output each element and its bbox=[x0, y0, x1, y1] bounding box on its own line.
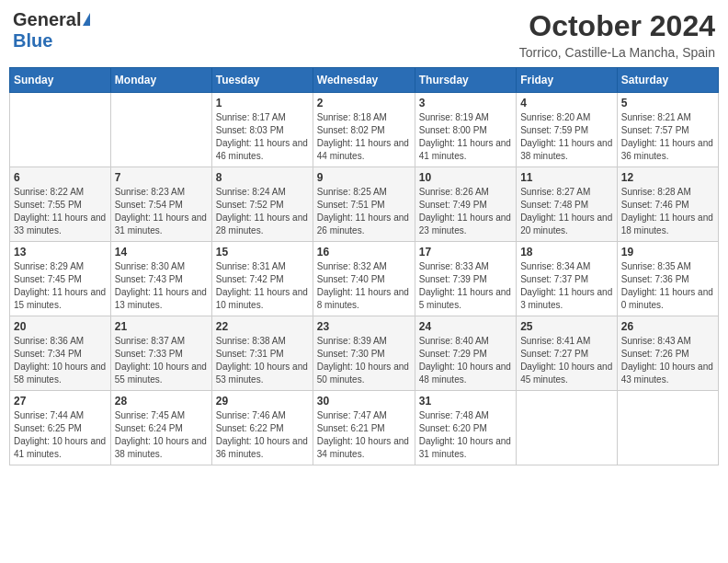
day-info: Sunrise: 8:34 AM Sunset: 7:37 PM Dayligh… bbox=[520, 260, 613, 312]
calendar-cell: 22Sunrise: 8:38 AM Sunset: 7:31 PM Dayli… bbox=[211, 316, 313, 391]
calendar-week-row: 27Sunrise: 7:44 AM Sunset: 6:25 PM Dayli… bbox=[10, 391, 719, 465]
day-info: Sunrise: 8:43 AM Sunset: 7:26 PM Dayligh… bbox=[621, 335, 714, 386]
calendar-cell: 9Sunrise: 8:25 AM Sunset: 7:51 PM Daylig… bbox=[313, 167, 415, 242]
calendar-cell: 31Sunrise: 7:48 AM Sunset: 6:20 PM Dayli… bbox=[415, 391, 516, 465]
calendar-cell: 10Sunrise: 8:26 AM Sunset: 7:49 PM Dayli… bbox=[415, 167, 516, 242]
calendar-week-row: 20Sunrise: 8:36 AM Sunset: 7:34 PM Dayli… bbox=[10, 316, 719, 391]
calendar-week-row: 1Sunrise: 8:17 AM Sunset: 8:03 PM Daylig… bbox=[10, 93, 719, 167]
day-info: Sunrise: 8:41 AM Sunset: 7:27 PM Dayligh… bbox=[520, 335, 613, 386]
calendar-cell bbox=[617, 391, 718, 465]
calendar-cell: 3Sunrise: 8:19 AM Sunset: 8:00 PM Daylig… bbox=[415, 93, 516, 167]
day-number: 15 bbox=[216, 246, 309, 259]
day-number: 26 bbox=[621, 320, 714, 333]
calendar-cell: 8Sunrise: 8:24 AM Sunset: 7:52 PM Daylig… bbox=[211, 167, 313, 242]
day-number: 16 bbox=[317, 246, 411, 259]
day-number: 12 bbox=[621, 171, 714, 184]
calendar-cell: 18Sunrise: 8:34 AM Sunset: 7:37 PM Dayli… bbox=[517, 242, 618, 316]
day-number: 20 bbox=[14, 320, 107, 333]
day-number: 19 bbox=[621, 246, 714, 259]
calendar-cell: 27Sunrise: 7:44 AM Sunset: 6:25 PM Dayli… bbox=[10, 391, 111, 465]
day-info: Sunrise: 8:36 AM Sunset: 7:34 PM Dayligh… bbox=[14, 335, 107, 386]
day-info: Sunrise: 8:25 AM Sunset: 7:51 PM Dayligh… bbox=[317, 186, 411, 237]
day-number: 14 bbox=[115, 246, 208, 259]
calendar-cell: 30Sunrise: 7:47 AM Sunset: 6:21 PM Dayli… bbox=[313, 391, 415, 465]
day-info: Sunrise: 8:17 AM Sunset: 8:03 PM Dayligh… bbox=[216, 111, 309, 163]
day-info: Sunrise: 8:20 AM Sunset: 7:59 PM Dayligh… bbox=[520, 111, 613, 163]
calendar-cell: 23Sunrise: 8:39 AM Sunset: 7:30 PM Dayli… bbox=[313, 316, 415, 391]
calendar-cell: 21Sunrise: 8:37 AM Sunset: 7:33 PM Dayli… bbox=[110, 316, 211, 391]
month-title: October 2024 bbox=[519, 9, 715, 43]
logo-general-text: General bbox=[13, 9, 81, 30]
day-info: Sunrise: 8:29 AM Sunset: 7:45 PM Dayligh… bbox=[14, 260, 107, 312]
day-number: 5 bbox=[621, 97, 714, 109]
day-info: Sunrise: 8:32 AM Sunset: 7:40 PM Dayligh… bbox=[317, 260, 411, 312]
calendar-cell: 26Sunrise: 8:43 AM Sunset: 7:26 PM Dayli… bbox=[617, 316, 718, 391]
calendar-cell: 29Sunrise: 7:46 AM Sunset: 6:22 PM Dayli… bbox=[211, 391, 313, 465]
calendar-week-row: 13Sunrise: 8:29 AM Sunset: 7:45 PM Dayli… bbox=[10, 242, 719, 316]
calendar-cell: 1Sunrise: 8:17 AM Sunset: 8:03 PM Daylig… bbox=[211, 93, 313, 167]
day-number: 28 bbox=[115, 395, 208, 408]
day-number: 7 bbox=[115, 171, 208, 184]
calendar-cell: 16Sunrise: 8:32 AM Sunset: 7:40 PM Dayli… bbox=[313, 242, 415, 316]
day-info: Sunrise: 8:28 AM Sunset: 7:46 PM Dayligh… bbox=[621, 186, 714, 237]
day-number: 31 bbox=[419, 395, 512, 408]
day-info: Sunrise: 8:27 AM Sunset: 7:48 PM Dayligh… bbox=[520, 186, 613, 237]
calendar-cell bbox=[110, 93, 211, 167]
calendar-cell: 15Sunrise: 8:31 AM Sunset: 7:42 PM Dayli… bbox=[211, 242, 313, 316]
location: Torrico, Castille-La Mancha, Spain bbox=[519, 45, 715, 60]
day-info: Sunrise: 7:48 AM Sunset: 6:20 PM Dayligh… bbox=[419, 409, 512, 461]
day-header-tuesday: Tuesday bbox=[211, 68, 313, 93]
day-info: Sunrise: 8:26 AM Sunset: 7:49 PM Dayligh… bbox=[419, 186, 512, 237]
day-header-friday: Friday bbox=[517, 68, 618, 93]
calendar-cell: 24Sunrise: 8:40 AM Sunset: 7:29 PM Dayli… bbox=[415, 316, 516, 391]
day-info: Sunrise: 8:24 AM Sunset: 7:52 PM Dayligh… bbox=[216, 186, 309, 237]
day-number: 21 bbox=[115, 320, 208, 333]
day-number: 24 bbox=[419, 320, 512, 333]
calendar-cell: 7Sunrise: 8:23 AM Sunset: 7:54 PM Daylig… bbox=[110, 167, 211, 242]
calendar-cell: 28Sunrise: 7:45 AM Sunset: 6:24 PM Dayli… bbox=[110, 391, 211, 465]
logo-blue-text: Blue bbox=[13, 30, 52, 52]
day-number: 2 bbox=[317, 97, 411, 109]
calendar-cell: 2Sunrise: 8:18 AM Sunset: 8:02 PM Daylig… bbox=[313, 93, 415, 167]
calendar-cell: 17Sunrise: 8:33 AM Sunset: 7:39 PM Dayli… bbox=[415, 242, 516, 316]
day-number: 11 bbox=[520, 171, 613, 184]
day-number: 22 bbox=[216, 320, 309, 333]
day-info: Sunrise: 8:21 AM Sunset: 7:57 PM Dayligh… bbox=[621, 111, 714, 163]
day-header-monday: Monday bbox=[110, 68, 211, 93]
day-header-saturday: Saturday bbox=[617, 68, 718, 93]
calendar-cell: 5Sunrise: 8:21 AM Sunset: 7:57 PM Daylig… bbox=[617, 93, 718, 167]
day-number: 4 bbox=[520, 97, 613, 109]
day-number: 30 bbox=[317, 395, 411, 408]
calendar-cell: 25Sunrise: 8:41 AM Sunset: 7:27 PM Dayli… bbox=[517, 316, 618, 391]
day-info: Sunrise: 8:38 AM Sunset: 7:31 PM Dayligh… bbox=[216, 335, 309, 386]
day-info: Sunrise: 8:37 AM Sunset: 7:33 PM Dayligh… bbox=[115, 335, 208, 386]
calendar-cell: 12Sunrise: 8:28 AM Sunset: 7:46 PM Dayli… bbox=[617, 167, 718, 242]
day-header-wednesday: Wednesday bbox=[313, 68, 415, 93]
day-number: 8 bbox=[216, 171, 309, 184]
day-info: Sunrise: 7:47 AM Sunset: 6:21 PM Dayligh… bbox=[317, 409, 411, 461]
day-number: 10 bbox=[419, 171, 512, 184]
day-info: Sunrise: 8:30 AM Sunset: 7:43 PM Dayligh… bbox=[115, 260, 208, 312]
day-info: Sunrise: 7:45 AM Sunset: 6:24 PM Dayligh… bbox=[115, 409, 208, 461]
day-number: 9 bbox=[317, 171, 411, 184]
day-header-sunday: Sunday bbox=[10, 68, 111, 93]
logo-triangle-icon bbox=[83, 13, 90, 26]
calendar-cell: 4Sunrise: 8:20 AM Sunset: 7:59 PM Daylig… bbox=[517, 93, 618, 167]
day-info: Sunrise: 7:46 AM Sunset: 6:22 PM Dayligh… bbox=[216, 409, 309, 461]
day-info: Sunrise: 8:39 AM Sunset: 7:30 PM Dayligh… bbox=[317, 335, 411, 386]
calendar-cell: 14Sunrise: 8:30 AM Sunset: 7:43 PM Dayli… bbox=[110, 242, 211, 316]
logo: General Blue bbox=[13, 9, 90, 52]
day-info: Sunrise: 7:44 AM Sunset: 6:25 PM Dayligh… bbox=[14, 409, 107, 461]
calendar-week-row: 6Sunrise: 8:22 AM Sunset: 7:55 PM Daylig… bbox=[10, 167, 719, 242]
day-number: 25 bbox=[520, 320, 613, 333]
day-number: 1 bbox=[216, 97, 309, 109]
calendar-cell: 20Sunrise: 8:36 AM Sunset: 7:34 PM Dayli… bbox=[10, 316, 111, 391]
calendar-cell bbox=[10, 93, 111, 167]
day-info: Sunrise: 8:40 AM Sunset: 7:29 PM Dayligh… bbox=[419, 335, 512, 386]
day-number: 6 bbox=[14, 171, 107, 184]
calendar-cell: 11Sunrise: 8:27 AM Sunset: 7:48 PM Dayli… bbox=[517, 167, 618, 242]
day-number: 3 bbox=[419, 97, 512, 109]
day-number: 18 bbox=[520, 246, 613, 259]
day-number: 23 bbox=[317, 320, 411, 333]
day-number: 13 bbox=[14, 246, 107, 259]
